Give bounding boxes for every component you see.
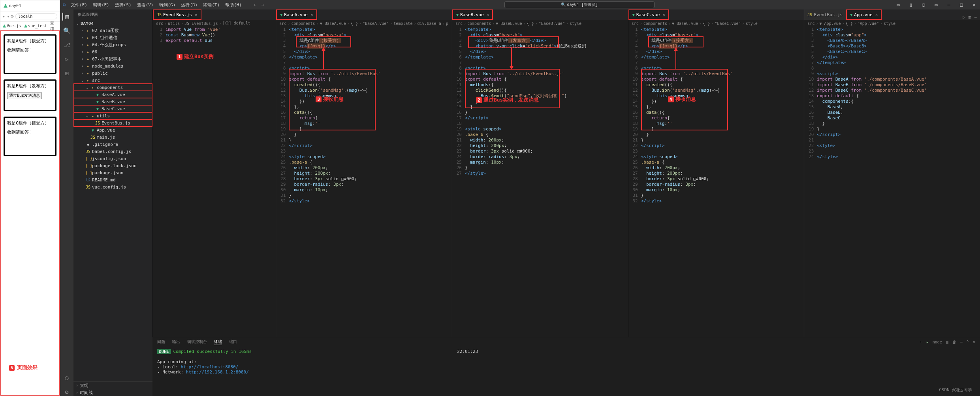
close-panel-icon[interactable]: × bbox=[973, 340, 975, 344]
terminal-body[interactable]: DONECompiled successfully in 165ms22:01:… bbox=[152, 347, 980, 396]
tab-base-b[interactable]: ▼BaseB.vue× bbox=[452, 9, 493, 20]
tree-item[interactable]: ▼BaseA.vue bbox=[73, 91, 152, 98]
tab-eventbus-2[interactable]: JSEventBus.js bbox=[804, 9, 846, 20]
menu-select[interactable]: 选择(S) bbox=[113, 2, 134, 8]
tree-item[interactable]: { }package-lock.json bbox=[73, 162, 152, 169]
menu-run[interactable]: 运行(R) bbox=[179, 2, 199, 8]
tree-item[interactable]: ›▸node_modules bbox=[73, 62, 152, 70]
account-icon[interactable]: ◯ bbox=[63, 374, 71, 382]
panel-tab-terminal[interactable]: 终端 bbox=[214, 339, 222, 345]
nav-reload-icon[interactable]: ⟳ bbox=[11, 14, 14, 19]
menu-edit[interactable]: 编辑(E) bbox=[91, 2, 111, 8]
split-terminal-icon[interactable]: ▥ bbox=[946, 340, 948, 344]
panel-tab-ports[interactable]: 端口 bbox=[229, 339, 237, 345]
tree-item[interactable]: ›▸04-什么是props bbox=[73, 41, 152, 48]
maximize-panel-icon[interactable]: ^ bbox=[967, 340, 969, 344]
command-center[interactable]: 🔍day04 [管理员] bbox=[266, 1, 892, 8]
tree-item[interactable]: ⌄▸components bbox=[73, 84, 152, 91]
layout-icon[interactable]: ▭ bbox=[892, 2, 904, 8]
tree-item[interactable]: JSmain.js bbox=[73, 134, 152, 141]
network-url-link[interactable]: http://192.168.1.2:8080/ bbox=[186, 370, 249, 375]
nav-fwd-icon[interactable]: → bbox=[7, 14, 9, 19]
panel-tab-output[interactable]: 输出 bbox=[172, 339, 180, 345]
tab-app[interactable]: ▼App.vue× bbox=[846, 9, 882, 20]
tree-root[interactable]: ⌄DAY04 bbox=[73, 20, 152, 27]
trash-icon[interactable]: 🗑 bbox=[952, 340, 956, 344]
tab-base-a[interactable]: ▼BaseA.vue× bbox=[276, 9, 317, 20]
tree-item[interactable]: ▼BaseB.vue bbox=[73, 98, 152, 105]
tab-eventbus[interactable]: JSEventBus.js× bbox=[153, 9, 201, 20]
tree-item[interactable]: ›▸07-小黑记事本 bbox=[73, 55, 152, 62]
breadcrumb[interactable]: src› utils› JS EventBus.js› [ⓘ] default bbox=[153, 20, 276, 27]
timeline-section[interactable]: ›时间线 bbox=[73, 389, 152, 396]
tree-item[interactable]: JSbabel.config.js bbox=[73, 148, 152, 155]
menu-terminal[interactable]: 终端(T) bbox=[201, 2, 222, 8]
address-bar[interactable]: localh bbox=[15, 13, 57, 19]
layout-icon[interactable]: ▢ bbox=[918, 2, 929, 8]
tree-item[interactable]: ›▸public bbox=[73, 70, 152, 77]
nav-back-icon[interactable]: ← bbox=[3, 14, 5, 19]
tree-item[interactable]: ▼App.vue bbox=[73, 126, 152, 134]
tree-item[interactable]: ⌄▸utils bbox=[73, 112, 152, 119]
tree-item[interactable]: { }jsconfig.json bbox=[73, 155, 152, 162]
search-icon[interactable]: 🔍 bbox=[63, 27, 71, 35]
tree-item[interactable]: ⓘREADME.md bbox=[73, 176, 152, 183]
breadcrumb[interactable]: src›components›▼ BaseA.vue›{ }›"BaseA.vu… bbox=[276, 20, 452, 27]
code-editor[interactable]: 1234567891011121314151617181920212223242… bbox=[628, 27, 804, 337]
history-back-icon[interactable]: ← bbox=[252, 2, 259, 8]
tree-item[interactable]: ⌄▸src bbox=[73, 77, 152, 84]
tree-item[interactable]: ›▸06 bbox=[73, 48, 152, 55]
tab-base-c[interactable]: ▼BaseC.vue× bbox=[628, 9, 669, 20]
terminal-kind-icon[interactable]: ▸ bbox=[926, 340, 929, 344]
tree-item[interactable]: ▼BaseC.vue bbox=[73, 105, 152, 112]
run-debug-icon[interactable]: ▷ bbox=[63, 55, 71, 63]
close-icon[interactable]: × bbox=[195, 12, 198, 17]
run-icon[interactable]: ▷ bbox=[963, 15, 965, 20]
tree-item[interactable]: ›▸03-组件通信 bbox=[73, 34, 152, 41]
tree-item[interactable]: JSvue.config.js bbox=[73, 183, 152, 190]
bookmark-item[interactable]: Vue.js bbox=[3, 24, 21, 28]
more-icon[interactable]: ⋯ bbox=[974, 15, 977, 20]
close-icon[interactable]: × bbox=[487, 12, 489, 17]
menu-view[interactable]: 查看(V) bbox=[135, 2, 156, 8]
local-url-link[interactable]: http://localhost:8080/ bbox=[181, 364, 239, 370]
vscode-logo-icon: ⧉ bbox=[60, 2, 69, 8]
tree-item[interactable]: { }package.json bbox=[73, 169, 152, 176]
code-editor[interactable]: 123 import Vue from 'vue' const Bus=new … bbox=[153, 27, 276, 337]
menu-goto[interactable]: 转到(G) bbox=[157, 2, 178, 8]
more-icon[interactable]: ⋯ bbox=[960, 340, 963, 344]
panel-tab-problems[interactable]: 问题 bbox=[157, 339, 165, 345]
minimize-icon[interactable]: — bbox=[943, 2, 955, 8]
breadcrumb[interactable]: src›components›▼ BaseC.vue›{ }›"BaseC.vu… bbox=[628, 20, 804, 27]
tree-item[interactable]: ›▸02-data函数 bbox=[73, 27, 152, 34]
split-icon[interactable]: ▥ bbox=[969, 15, 971, 20]
bookmark-item[interactable]: 宝塔 bbox=[50, 21, 57, 32]
code-editor[interactable]: 1234567891011121314151617181920212223242… bbox=[452, 27, 628, 337]
menu-help[interactable]: 帮助(H) bbox=[223, 2, 244, 8]
browser-tab[interactable]: day04 bbox=[0, 0, 60, 11]
gear-icon[interactable]: ⚙ bbox=[63, 388, 71, 396]
layout-icon[interactable]: ▭ bbox=[930, 2, 942, 8]
tree-item[interactable]: ◆.gitignore bbox=[73, 141, 152, 148]
explorer-icon[interactable]: ▤ bbox=[62, 13, 70, 21]
source-control-icon[interactable]: ⎇ bbox=[63, 41, 71, 49]
close-icon[interactable]: × bbox=[310, 12, 313, 17]
code-editor[interactable]: 1234567891011121314151617181920212223242… bbox=[276, 27, 452, 337]
send-button[interactable]: 通过Bus发送消息 bbox=[7, 92, 42, 99]
breadcrumb[interactable]: src›▼ App.vue›{ }›"App.vue"›style bbox=[804, 20, 980, 27]
code-editor[interactable]: 123456789101112131415161718192021222324 … bbox=[804, 27, 980, 337]
close-icon[interactable]: ✕ bbox=[968, 2, 980, 8]
extensions-icon[interactable]: ⊞ bbox=[63, 70, 71, 77]
tree-item[interactable]: JSEventBus.js bbox=[73, 119, 152, 126]
panel-tab-debug[interactable]: 调试控制台 bbox=[187, 339, 207, 345]
outline-section[interactable]: ›大纲 bbox=[73, 382, 152, 389]
close-icon[interactable]: × bbox=[662, 12, 665, 17]
layout-icon[interactable]: ▯ bbox=[905, 2, 917, 8]
close-icon[interactable]: × bbox=[875, 12, 878, 17]
history-fwd-icon[interactable]: → bbox=[259, 2, 267, 8]
maximize-icon[interactable]: □ bbox=[956, 2, 967, 8]
new-terminal-icon[interactable]: + bbox=[920, 340, 922, 344]
menu-file[interactable]: 文件(F) bbox=[69, 2, 89, 8]
bookmark-item[interactable]: vue_test bbox=[24, 24, 47, 28]
breadcrumb[interactable]: src›components›▼ BaseB.vue›{ }›"BaseB.vu… bbox=[452, 20, 628, 27]
